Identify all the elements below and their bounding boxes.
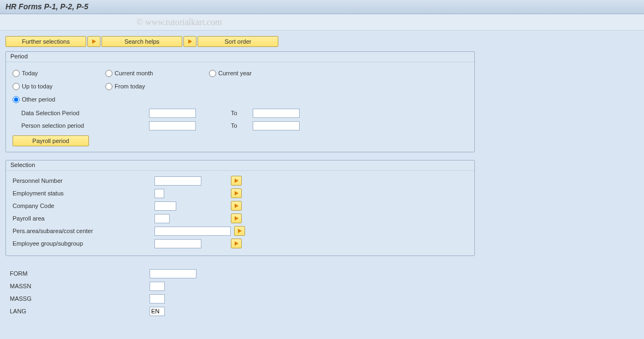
arrow-right-icon [235,204,238,208]
search-helps-button[interactable]: Search helps [102,36,182,47]
company-code-multiselect-button[interactable] [231,201,242,211]
payroll-area-multiselect-button[interactable] [231,213,242,223]
further-selections-button[interactable]: Further selections [5,36,86,47]
lang-label: LANG [8,308,150,314]
radio-today-input[interactable] [13,70,20,77]
employment-status-multiselect-button[interactable] [231,188,242,198]
radio-current-month-label: Current month [115,70,153,76]
search-helps-icon-button[interactable] [87,36,100,47]
sort-order-button[interactable]: Sort order [198,36,278,47]
employment-status-label: Employment status [13,190,154,197]
radio-current-year[interactable]: Current year [209,68,291,79]
payroll-area-label: Payroll area [13,215,154,222]
page-title: HR Forms P-1, P-2, P-5 [0,0,644,14]
radio-from-today-label: From today [115,83,145,90]
arrow-right-icon [235,241,238,246]
lang-input[interactable] [150,307,165,316]
watermark: © www.tutorialkart.com [136,17,222,27]
employee-group-label: Employee group/subgroup [13,240,154,247]
person-selection-to-input[interactable] [253,121,300,130]
payroll-area-input[interactable] [154,214,170,223]
radio-other-period-input[interactable] [13,96,20,103]
radio-today[interactable]: Today [13,68,105,79]
radio-other-period[interactable]: Other period [13,94,105,105]
to-label: To [231,122,253,129]
sort-order-icon-button[interactable] [183,36,196,47]
pers-area-multiselect-button[interactable] [234,226,245,236]
personnel-number-multiselect-button[interactable] [231,176,242,186]
action-button-row: Further selections Search helps Sort ord… [5,36,639,47]
radio-current-year-label: Current year [218,70,252,76]
massn-label: MASSN [8,283,150,289]
employee-group-input[interactable] [154,239,201,248]
period-panel-title: Period [6,52,474,62]
form-input[interactable] [150,269,196,278]
bottom-fields: FORM MASSN MASSG LANG [5,264,475,317]
massn-input[interactable] [150,282,165,291]
employment-status-input[interactable] [154,189,164,198]
arrow-right-icon [188,39,192,44]
pers-area-label: Pers.area/subarea/cost center [13,228,154,234]
radio-current-month[interactable]: Current month [105,68,209,79]
employee-group-multiselect-button[interactable] [231,239,242,248]
radio-up-to-today-input[interactable] [13,83,20,90]
pers-area-input[interactable] [154,227,231,236]
arrow-right-icon [235,179,238,183]
radio-other-period-label: Other period [22,96,55,103]
period-panel: Period Today Current month Current year [5,51,475,152]
toolbar-area: © www.tutorialkart.com [0,14,644,31]
massg-input[interactable] [150,294,165,304]
company-code-input[interactable] [154,201,176,211]
personnel-number-input[interactable] [154,176,201,186]
to-label: To [231,110,253,116]
person-selection-from-input[interactable] [149,121,196,130]
arrow-right-icon [235,191,238,195]
radio-today-label: Today [22,70,38,76]
arrow-right-icon [235,216,238,221]
radio-from-today[interactable]: From today [105,81,209,92]
radio-up-to-today-label: Up to today [22,83,52,90]
arrow-right-icon [92,39,96,44]
person-selection-period-label: Person selection period [13,122,149,129]
personnel-number-label: Personnel Number [13,177,154,184]
payroll-period-button[interactable]: Payroll period [13,135,89,146]
radio-current-month-input[interactable] [105,70,112,77]
arrow-right-icon [238,229,242,233]
data-selection-from-input[interactable] [149,109,196,118]
data-selection-period-label: Data Selection Period [13,110,149,116]
radio-current-year-input[interactable] [209,70,216,77]
selection-panel-title: Selection [6,160,474,171]
radio-up-to-today[interactable]: Up to today [13,81,105,92]
form-label: FORM [8,270,150,277]
selection-panel: Selection Personnel Number Employment st… [5,160,475,256]
radio-from-today-input[interactable] [105,83,112,90]
data-selection-to-input[interactable] [253,109,300,118]
massg-label: MASSG [8,295,150,302]
content-area: Further selections Search helps Sort ord… [0,31,644,317]
company-code-label: Company Code [13,203,154,209]
